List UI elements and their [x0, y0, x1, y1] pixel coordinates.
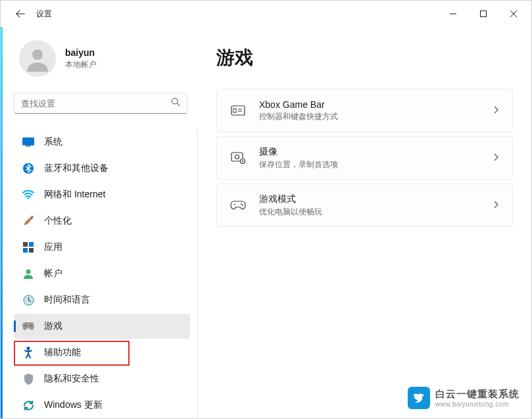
- nav-label: 应用: [44, 241, 62, 253]
- nav-item-privacy[interactable]: 隐私和安全性: [14, 366, 190, 391]
- close-button[interactable]: [498, 3, 529, 24]
- avatar: [19, 40, 56, 77]
- nav-list: 系统 蓝牙和其他设备 网络和 Internet 个性化 应用 帐户: [14, 130, 198, 419]
- bird-icon: [412, 391, 426, 405]
- user-section[interactable]: baiyun 本地帐户: [14, 40, 198, 77]
- page-title: 游戏: [216, 45, 513, 70]
- card-title: 摄像: [259, 146, 494, 158]
- gamemode-icon: [230, 201, 246, 210]
- search-icon: [171, 97, 180, 109]
- maximize-icon: [480, 11, 487, 17]
- card-subtitle: 优化电脑以便畅玩: [259, 207, 494, 218]
- svg-rect-9: [23, 248, 28, 253]
- watermark: 白云一键重装系统 www.baiyunxitong.com: [408, 387, 520, 409]
- person-icon: [22, 267, 35, 280]
- nav-item-system[interactable]: 系统: [14, 130, 190, 155]
- apps-icon: [22, 241, 35, 254]
- svg-rect-0: [481, 11, 487, 17]
- chevron-right-icon: [494, 199, 499, 211]
- brush-icon: [22, 214, 35, 228]
- capture-icon: [230, 152, 246, 164]
- sidebar: baiyun 本地帐户 系统 蓝牙和其他设备 网络和 Internet: [1, 27, 198, 418]
- gamepad-icon: [22, 320, 35, 333]
- watermark-logo: [408, 387, 430, 409]
- clock-icon: [22, 293, 35, 307]
- nav-item-time[interactable]: 时间和语言: [14, 287, 190, 312]
- svg-rect-3: [22, 137, 34, 145]
- nav-item-apps[interactable]: 应用: [14, 235, 190, 260]
- svg-point-19: [235, 155, 239, 159]
- nav-item-accounts[interactable]: 帐户: [14, 261, 190, 286]
- account-type: 本地帐户: [65, 59, 97, 70]
- svg-rect-10: [29, 248, 34, 253]
- card-title: 游戏模式: [259, 193, 494, 205]
- minimize-button[interactable]: [438, 3, 468, 24]
- nav-label: 网络和 Internet: [44, 189, 105, 201]
- nav-label: Windows 更新: [44, 399, 103, 411]
- nav-label: 蓝牙和其他设备: [44, 162, 109, 174]
- nav-label: 时间和语言: [44, 294, 90, 306]
- xbox-bar-icon: [230, 105, 246, 116]
- card-game-mode[interactable]: 游戏模式 优化电脑以便畅玩: [216, 184, 513, 227]
- minimize-icon: [450, 11, 456, 17]
- nav-item-personalization[interactable]: 个性化: [14, 209, 190, 234]
- chevron-right-icon: [494, 152, 499, 164]
- card-title: Xbox Game Bar: [259, 99, 494, 110]
- svg-point-6: [28, 197, 30, 199]
- nav-label: 辅助功能: [44, 347, 81, 358]
- username: baiyun: [65, 47, 97, 58]
- main-content: 游戏 Xbox Game Bar 控制器和键盘快捷方式 摄像 保存位置，录制首选…: [198, 27, 531, 418]
- nav-label: 隐私和安全性: [44, 373, 99, 385]
- nav-item-gaming[interactable]: 游戏: [14, 314, 190, 339]
- svg-point-11: [26, 270, 31, 274]
- svg-point-2: [172, 98, 178, 104]
- avatar-icon: [24, 45, 51, 72]
- search-box[interactable]: [14, 93, 187, 114]
- card-captures[interactable]: 摄像 保存位置，录制首选项: [216, 136, 513, 180]
- svg-point-22: [241, 203, 242, 205]
- svg-rect-7: [23, 242, 28, 247]
- svg-point-21: [234, 204, 235, 205]
- chevron-right-icon: [494, 105, 499, 116]
- nav-label: 个性化: [44, 215, 72, 227]
- bluetooth-icon: [22, 162, 35, 175]
- search-input[interactable]: [21, 99, 171, 109]
- back-arrow-icon: [16, 9, 25, 18]
- svg-point-13: [25, 325, 26, 326]
- system-icon: [22, 136, 35, 149]
- accessibility-icon: [22, 346, 35, 359]
- svg-point-1: [32, 49, 43, 60]
- back-button[interactable]: [9, 2, 32, 26]
- watermark-title: 白云一键重装系统: [435, 388, 520, 401]
- nav-label: 游戏: [44, 320, 62, 332]
- nav-item-update[interactable]: Windows 更新: [14, 393, 190, 418]
- svg-rect-4: [26, 145, 31, 147]
- nav-label: 系统: [44, 136, 62, 148]
- app-title: 设置: [36, 9, 52, 20]
- nav-label: 帐户: [44, 268, 62, 280]
- titlebar: 设置: [1, 1, 531, 27]
- svg-rect-17: [233, 109, 236, 112]
- svg-rect-8: [29, 242, 34, 247]
- watermark-url: www.baiyunxitong.com: [435, 401, 520, 408]
- wifi-icon: [22, 188, 35, 201]
- shield-icon: [22, 372, 35, 385]
- close-icon: [510, 11, 517, 17]
- nav-item-accessibility[interactable]: 辅助功能: [14, 340, 190, 365]
- svg-point-14: [30, 325, 32, 326]
- card-subtitle: 控制器和键盘快捷方式: [259, 111, 494, 122]
- card-subtitle: 保存位置，录制首选项: [259, 159, 494, 170]
- window-controls: [438, 3, 529, 24]
- nav-item-network[interactable]: 网络和 Internet: [14, 182, 190, 207]
- maximize-button[interactable]: [468, 3, 498, 24]
- update-icon: [22, 399, 35, 412]
- nav-item-bluetooth[interactable]: 蓝牙和其他设备: [14, 156, 190, 181]
- svg-point-23: [242, 205, 243, 206]
- card-xbox-game-bar[interactable]: Xbox Game Bar 控制器和键盘快捷方式: [216, 89, 513, 132]
